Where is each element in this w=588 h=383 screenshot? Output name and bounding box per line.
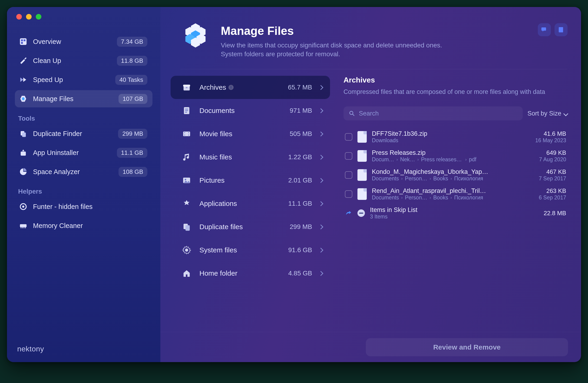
category-size: 65.7 MB xyxy=(288,84,312,91)
file-date: 7 Sep 2017 xyxy=(520,175,566,182)
sidebar-item-funter[interactable]: Funter - hidden files xyxy=(15,198,152,215)
sidebar-item-badge: 299 MB xyxy=(118,129,147,139)
sidebar-item-space[interactable]: Space Analyzer108 GB xyxy=(15,163,152,180)
file-row[interactable]: DFF7Site7.1b36.zipDownloads41.6 MB16 May… xyxy=(343,127,567,147)
svg-rect-0 xyxy=(20,38,27,45)
sidebar-item-memcleaner[interactable]: Memory Cleaner xyxy=(15,217,152,234)
minus-icon xyxy=(357,209,365,217)
sidebar-item-speedup[interactable]: Speed Up40 Tasks xyxy=(15,71,152,88)
file-row[interactable]: Rend_Ain_Atlant_raspravil_plechi._Tril…D… xyxy=(343,185,567,204)
file-date: 6 Sep 2017 xyxy=(520,194,566,201)
svg-rect-15 xyxy=(25,227,26,228)
target-icon xyxy=(18,202,28,211)
svg-rect-7 xyxy=(22,132,26,137)
home-icon xyxy=(182,268,191,278)
hex-icon xyxy=(18,94,28,103)
search-input[interactable] xyxy=(359,110,518,117)
sidebar-item-badge: 11.1 GB xyxy=(117,148,147,158)
search-field[interactable] xyxy=(343,106,523,120)
chevron-right-icon xyxy=(319,107,323,114)
feedback-button[interactable] xyxy=(538,23,551,36)
gear-icon xyxy=(182,245,191,255)
file-path: Docum…›Nek…›Press releases - history›pdf xyxy=(372,156,515,163)
category-size: 299 MB xyxy=(290,223,312,231)
dupfiles-icon xyxy=(182,222,191,232)
sidebar-item-uninstaller[interactable]: App Uninstaller11.1 GB xyxy=(15,144,152,161)
details-title: Archives xyxy=(343,76,567,84)
file-checkbox[interactable] xyxy=(345,190,352,198)
svg-rect-14 xyxy=(24,227,24,228)
category-label: Music files xyxy=(199,153,288,161)
sidebar-item-label: Clean Up xyxy=(33,57,117,64)
chevron-right-icon xyxy=(319,200,323,207)
category-size: 4.85 GB xyxy=(288,270,312,277)
svg-point-32 xyxy=(184,135,185,135)
fast-icon xyxy=(18,75,28,84)
review-remove-button[interactable]: Review and Remove xyxy=(366,338,568,356)
file-name: Press Releases.zip xyxy=(372,149,515,156)
close-window[interactable] xyxy=(16,14,22,20)
sidebar-item-cleanup[interactable]: Clean Up11.8 GB xyxy=(15,52,152,69)
category-label: Documents xyxy=(199,107,290,115)
file-row[interactable]: Kondo_M._Magicheskaya_Uborka_Yap…Documen… xyxy=(343,166,567,185)
skip-list-row[interactable]: Items in Skip List3 Items22.8 MB xyxy=(343,204,567,223)
category-size: 91.6 GB xyxy=(288,246,312,254)
chevron-right-icon xyxy=(319,153,323,161)
category-system[interactable]: System files91.6 GB xyxy=(170,238,330,262)
category-music[interactable]: Music files1.22 GB xyxy=(170,146,330,169)
file-checkbox[interactable] xyxy=(345,152,352,160)
svg-rect-2 xyxy=(24,40,25,41)
svg-rect-1 xyxy=(21,40,23,41)
svg-rect-25 xyxy=(186,87,188,88)
category-label: System files xyxy=(199,246,288,254)
guide-button[interactable] xyxy=(555,23,567,36)
category-size: 971 MB xyxy=(290,107,312,114)
sidebar-item-label: Duplicate Finder xyxy=(33,130,118,138)
file-icon xyxy=(357,188,367,200)
file-row[interactable]: Press Releases.zipDocum…›Nek…›Press rele… xyxy=(343,147,567,166)
category-size: 505 MB xyxy=(290,130,312,138)
svg-rect-24 xyxy=(183,85,190,86)
file-checkbox[interactable] xyxy=(345,171,352,179)
ram-icon xyxy=(18,221,28,230)
svg-rect-11 xyxy=(20,224,27,227)
category-size: 2.01 GB xyxy=(288,177,312,184)
file-icon xyxy=(357,169,367,181)
svg-rect-30 xyxy=(183,131,190,136)
svg-rect-3 xyxy=(21,42,23,44)
category-label: Movie files xyxy=(199,130,290,138)
category-dups[interactable]: Duplicate files299 MB xyxy=(170,215,330,238)
svg-point-33 xyxy=(188,132,189,133)
dashboard-icon xyxy=(18,37,28,46)
file-checkbox[interactable] xyxy=(345,133,352,141)
category-movies[interactable]: Movie files505 MB xyxy=(170,122,330,146)
file-size: 467 KB xyxy=(520,168,566,175)
sidebar-item-managefiles[interactable]: Manage Files107 GB xyxy=(15,90,152,107)
file-icon xyxy=(357,131,367,143)
chevron-right-icon xyxy=(319,223,323,230)
category-documents[interactable]: Documents971 MB xyxy=(170,99,330,122)
sort-button[interactable]: Sort by Size xyxy=(527,110,567,117)
category-home[interactable]: Home folder4.85 GB xyxy=(170,262,330,285)
details-description: Compressed files that are composed of on… xyxy=(343,88,567,96)
category-pictures[interactable]: Pictures2.01 GB xyxy=(170,169,330,192)
svg-rect-12 xyxy=(21,227,21,228)
svg-rect-29 xyxy=(185,112,187,112)
sidebar-item-label: Funter - hidden files xyxy=(33,203,147,211)
sidebar-item-badge: 107 GB xyxy=(119,94,147,104)
svg-rect-38 xyxy=(186,225,190,231)
archive-icon xyxy=(182,83,191,92)
file-path: Documents›Person…›Books›Психология xyxy=(372,194,515,201)
info-icon: i xyxy=(229,85,233,90)
pie-icon xyxy=(18,167,28,176)
file-icon xyxy=(357,150,367,162)
file-name: Kondo_M._Magicheskaya_Uborka_Yap… xyxy=(372,168,515,175)
zoom-window[interactable] xyxy=(36,14,41,20)
sidebar-item-overview[interactable]: Overview7.34 GB xyxy=(15,33,152,50)
sidebar-item-label: App Uninstaller xyxy=(33,149,117,157)
category-archives[interactable]: Archivesi65.7 MB xyxy=(170,76,330,99)
category-apps[interactable]: Applications11.1 GB xyxy=(170,192,330,215)
minimize-window[interactable] xyxy=(26,14,32,20)
sidebar-item-dupfinder[interactable]: Duplicate Finder299 MB xyxy=(15,125,152,142)
category-size: 1.22 GB xyxy=(288,153,312,161)
